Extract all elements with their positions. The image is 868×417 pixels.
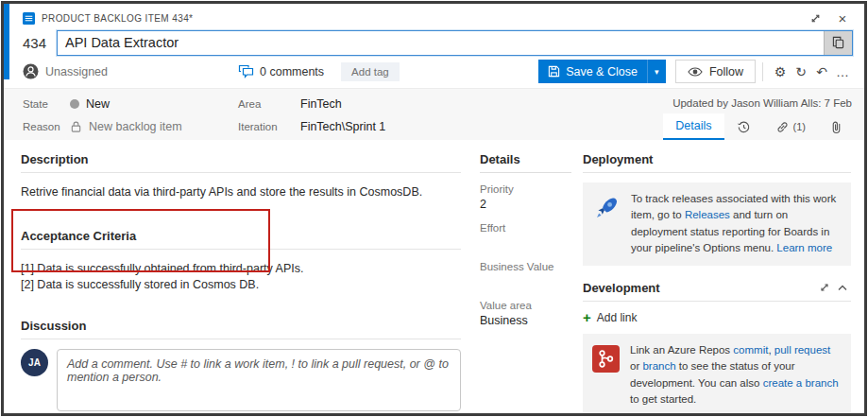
priority-label: Priority — [480, 183, 571, 195]
add-link-label: Add link — [597, 311, 638, 324]
assignee-field[interactable]: Unassigned — [23, 63, 238, 79]
comments-label: 0 comments — [260, 65, 324, 78]
learn-more-link[interactable]: Learn more — [776, 242, 832, 253]
development-info-box: Link an Azure Repos commit, pull request… — [583, 334, 851, 416]
close-icon[interactable]: × — [832, 10, 853, 27]
state-field[interactable]: New — [70, 97, 232, 111]
work-item-window: PRODUCT BACKLOG ITEM 434* × 434 Unassign… — [1, 1, 867, 416]
follow-label: Follow — [709, 65, 743, 78]
save-options-caret[interactable]: ▾ — [647, 60, 666, 83]
deployment-section: Deployment To track releases associated … — [583, 152, 851, 266]
tab-details[interactable]: Details — [663, 113, 723, 140]
save-close-button[interactable]: Save & Close — [538, 60, 647, 83]
description-title: Description — [21, 152, 461, 173]
lock-icon — [70, 120, 82, 133]
right-column: Deployment To track releases associated … — [583, 152, 853, 416]
iteration-label: Iteration — [238, 121, 295, 132]
effort-label: Effort — [480, 222, 571, 234]
comments-button[interactable]: 0 comments — [238, 64, 324, 78]
plus-icon: + — [583, 310, 591, 324]
reason-field: New backlog item — [70, 120, 232, 133]
save-close-label: Save & Close — [566, 65, 638, 78]
development-text: Link an Azure Repos — [630, 344, 733, 356]
value-area-field: Value area Business — [480, 300, 571, 328]
title-input[interactable] — [57, 30, 853, 56]
discussion-section: Discussion JA — [21, 319, 461, 411]
business-value-field: Business Value — [480, 261, 571, 289]
deployment-info-box: To track releases associated with this w… — [583, 182, 851, 266]
area-label: Area — [238, 98, 295, 110]
branch-link[interactable]: branch — [642, 360, 675, 372]
undo-icon[interactable]: ↶ — [811, 61, 832, 83]
history-icon — [737, 120, 751, 134]
more-options-icon[interactable]: … — [832, 61, 853, 83]
toolbar-divider — [762, 62, 763, 81]
discussion-title: Discussion — [21, 319, 461, 339]
area-field[interactable]: FinTech — [300, 97, 476, 111]
development-section: Development + Add link — [583, 280, 851, 416]
development-expand-icon[interactable] — [815, 280, 834, 295]
releases-link[interactable]: Releases — [685, 209, 730, 220]
left-column: Description Retrive financial data via t… — [21, 152, 461, 416]
development-title: Development — [583, 281, 660, 295]
acceptance-item: [1] Data is successfully obtained from t… — [21, 261, 461, 277]
description-section: Description Retrive financial data via t… — [21, 152, 461, 199]
state-dot-icon — [70, 99, 79, 109]
area-value: FinTech — [300, 97, 342, 111]
acceptance-criteria-text[interactable]: [1] Data is successfully obtained from t… — [21, 261, 461, 293]
rocket-icon — [592, 194, 621, 222]
tab-bar: Details (1) — [663, 113, 855, 140]
content-area: Description Retrive financial data via t… — [4, 140, 864, 416]
follow-eye-icon — [688, 66, 703, 78]
links-count: (1) — [793, 121, 806, 132]
user-avatar: JA — [21, 349, 48, 376]
value-area-value[interactable]: Business — [480, 314, 571, 328]
iteration-field[interactable]: FinTech\Sprint 1 — [300, 120, 476, 133]
commit-link[interactable]: commit — [733, 344, 768, 356]
effort-value[interactable] — [480, 236, 571, 251]
development-info-text: Link an Azure Repos commit, pull request… — [630, 342, 840, 408]
reason-value: New backlog item — [89, 120, 182, 133]
comment-input[interactable] — [57, 349, 461, 411]
tab-history[interactable] — [724, 113, 763, 140]
reason-label: Reason — [23, 121, 64, 132]
details-panel: Details Priority 2 Effort Business Value… — [480, 152, 571, 416]
pull-request-link[interactable]: pull request — [774, 344, 830, 356]
acceptance-criteria-section: Acceptance Criteria [1] Data is successf… — [21, 229, 461, 293]
settings-gear-icon[interactable]: ⚙ — [770, 61, 791, 83]
iteration-value: FinTech\Sprint 1 — [300, 120, 385, 133]
refresh-icon[interactable]: ↻ — [791, 61, 811, 83]
deployment-title: Deployment — [583, 152, 653, 166]
backlog-item-icon — [23, 12, 35, 25]
priority-value[interactable]: 2 — [480, 198, 571, 212]
save-close-split-button: Save & Close ▾ — [538, 60, 666, 83]
business-value-value[interactable] — [480, 275, 571, 289]
development-text: or — [630, 360, 642, 372]
add-tag-button[interactable]: Add tag — [341, 62, 400, 81]
person-icon — [23, 63, 39, 79]
effort-field: Effort — [480, 222, 571, 251]
deployment-info-text: To track releases associated with this w… — [631, 191, 840, 256]
development-collapse-icon[interactable] — [834, 280, 851, 295]
create-branch-link[interactable]: create a branch — [763, 377, 839, 389]
follow-button[interactable]: Follow — [675, 60, 756, 83]
comment-icon — [238, 64, 254, 78]
work-item-type-label: PRODUCT BACKLOG ITEM 434* — [42, 13, 193, 24]
development-add-link-button[interactable]: + Add link — [583, 310, 637, 324]
priority-field: Priority 2 — [480, 183, 571, 212]
paperclip-icon — [830, 120, 842, 134]
expand-window-icon[interactable] — [805, 10, 825, 27]
work-item-type-color-bar — [4, 4, 9, 79]
meta-bar: State New Area FinTech Reason New backlo… — [4, 88, 864, 140]
copy-title-icon[interactable] — [824, 31, 852, 55]
save-icon — [548, 65, 560, 78]
tab-attachments[interactable] — [818, 113, 855, 140]
business-value-label: Business Value — [480, 261, 571, 272]
tab-links[interactable]: (1) — [763, 113, 818, 140]
development-text: to get started. — [630, 393, 696, 405]
state-label: State — [23, 98, 64, 110]
value-area-label: Value area — [480, 300, 571, 311]
state-value: New — [86, 97, 110, 111]
description-text[interactable]: Retrive financial data via third-party A… — [21, 185, 461, 199]
assignee-label: Unassigned — [45, 65, 108, 78]
